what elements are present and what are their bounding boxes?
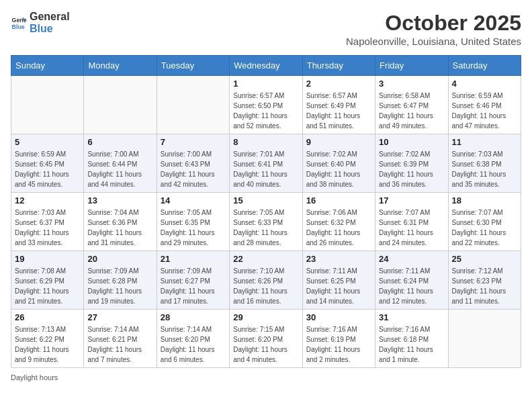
calendar-day-cell: 12Sunrise: 7:03 AMSunset: 6:37 PMDayligh… <box>11 193 84 251</box>
day-info: Sunrise: 7:07 AMSunset: 6:30 PMDaylight:… <box>452 208 517 248</box>
weekday-header-saturday: Saturday <box>448 56 521 76</box>
day-number: 7 <box>161 137 226 147</box>
day-info: Sunrise: 7:08 AMSunset: 6:29 PMDaylight:… <box>15 266 80 306</box>
page-header: General Blue General Blue October 2025 N… <box>11 11 521 47</box>
day-number: 10 <box>379 137 444 147</box>
day-number: 14 <box>161 195 226 205</box>
day-info: Sunrise: 7:05 AMSunset: 6:33 PMDaylight:… <box>233 208 298 248</box>
day-number: 11 <box>452 137 517 147</box>
weekday-header-monday: Monday <box>84 56 157 76</box>
day-info: Sunrise: 7:03 AMSunset: 6:38 PMDaylight:… <box>452 149 517 189</box>
day-info: Sunrise: 6:59 AMSunset: 6:46 PMDaylight:… <box>452 91 517 131</box>
day-number: 25 <box>452 254 517 264</box>
day-number: 16 <box>306 195 371 205</box>
day-info: Sunrise: 6:59 AMSunset: 6:45 PMDaylight:… <box>15 149 80 189</box>
day-info: Sunrise: 7:12 AMSunset: 6:23 PMDaylight:… <box>452 266 517 306</box>
day-number: 30 <box>306 312 371 322</box>
logo-icon: General Blue <box>11 15 27 31</box>
day-number: 28 <box>161 312 226 322</box>
calendar-day-cell: 17Sunrise: 7:07 AMSunset: 6:31 PMDayligh… <box>375 193 448 251</box>
calendar-day-cell: 21Sunrise: 7:09 AMSunset: 6:27 PMDayligh… <box>157 251 229 310</box>
day-info: Sunrise: 7:16 AMSunset: 6:19 PMDaylight:… <box>306 324 371 365</box>
day-number: 2 <box>306 79 371 89</box>
day-number: 5 <box>15 137 80 147</box>
day-info: Sunrise: 7:16 AMSunset: 6:18 PMDaylight:… <box>379 324 444 365</box>
day-info: Sunrise: 7:07 AMSunset: 6:31 PMDaylight:… <box>379 208 444 248</box>
day-info: Sunrise: 7:11 AMSunset: 6:25 PMDaylight:… <box>306 266 371 306</box>
calendar-day-cell: 22Sunrise: 7:10 AMSunset: 6:26 PMDayligh… <box>230 251 302 310</box>
calendar-day-cell <box>84 76 157 134</box>
calendar-day-cell: 9Sunrise: 7:02 AMSunset: 6:40 PMDaylight… <box>302 134 375 193</box>
day-info: Sunrise: 7:09 AMSunset: 6:27 PMDaylight:… <box>161 266 226 306</box>
day-number: 24 <box>379 254 444 264</box>
day-info: Sunrise: 6:57 AMSunset: 6:50 PMDaylight:… <box>233 91 298 131</box>
day-number: 18 <box>452 195 517 205</box>
calendar-week-row: 26Sunrise: 7:13 AMSunset: 6:22 PMDayligh… <box>11 310 521 368</box>
day-number: 26 <box>15 312 80 322</box>
calendar-day-cell: 26Sunrise: 7:13 AMSunset: 6:22 PMDayligh… <box>11 310 84 368</box>
calendar-day-cell: 24Sunrise: 7:11 AMSunset: 6:24 PMDayligh… <box>375 251 448 310</box>
calendar-week-row: 19Sunrise: 7:08 AMSunset: 6:29 PMDayligh… <box>11 251 521 310</box>
calendar-day-cell: 8Sunrise: 7:01 AMSunset: 6:41 PMDaylight… <box>230 134 302 193</box>
day-number: 4 <box>452 79 517 89</box>
day-info: Sunrise: 7:04 AMSunset: 6:36 PMDaylight:… <box>87 208 152 248</box>
svg-text:Blue: Blue <box>12 23 25 30</box>
day-info: Sunrise: 7:14 AMSunset: 6:20 PMDaylight:… <box>161 324 226 365</box>
calendar-day-cell: 27Sunrise: 7:14 AMSunset: 6:21 PMDayligh… <box>84 310 157 368</box>
day-info: Sunrise: 7:15 AMSunset: 6:20 PMDaylight:… <box>233 324 298 365</box>
calendar-day-cell: 29Sunrise: 7:15 AMSunset: 6:20 PMDayligh… <box>230 310 302 368</box>
day-info: Sunrise: 7:05 AMSunset: 6:35 PMDaylight:… <box>161 208 226 248</box>
day-number: 8 <box>233 137 298 147</box>
weekday-header-tuesday: Tuesday <box>157 56 229 76</box>
calendar-week-row: 1Sunrise: 6:57 AMSunset: 6:50 PMDaylight… <box>11 76 521 134</box>
day-number: 6 <box>87 137 152 147</box>
day-info: Sunrise: 7:00 AMSunset: 6:43 PMDaylight:… <box>161 149 226 189</box>
day-info: Sunrise: 7:06 AMSunset: 6:32 PMDaylight:… <box>306 208 371 248</box>
day-info: Sunrise: 7:13 AMSunset: 6:22 PMDaylight:… <box>15 324 80 365</box>
calendar-day-cell: 14Sunrise: 7:05 AMSunset: 6:35 PMDayligh… <box>157 193 229 251</box>
footer: Daylight hours <box>11 373 521 381</box>
day-info: Sunrise: 7:01 AMSunset: 6:41 PMDaylight:… <box>233 149 298 189</box>
day-number: 19 <box>15 254 80 264</box>
calendar-week-row: 12Sunrise: 7:03 AMSunset: 6:37 PMDayligh… <box>11 193 521 251</box>
day-number: 15 <box>233 195 298 205</box>
calendar-day-cell: 19Sunrise: 7:08 AMSunset: 6:29 PMDayligh… <box>11 251 84 310</box>
calendar-day-cell: 31Sunrise: 7:16 AMSunset: 6:18 PMDayligh… <box>375 310 448 368</box>
calendar-day-cell: 10Sunrise: 7:02 AMSunset: 6:39 PMDayligh… <box>375 134 448 193</box>
day-number: 27 <box>87 312 152 322</box>
day-number: 13 <box>87 195 152 205</box>
day-number: 23 <box>306 254 371 264</box>
day-info: Sunrise: 6:57 AMSunset: 6:49 PMDaylight:… <box>306 91 371 131</box>
day-number: 12 <box>15 195 80 205</box>
calendar-day-cell: 4Sunrise: 6:59 AMSunset: 6:46 PMDaylight… <box>448 76 521 134</box>
day-info: Sunrise: 7:14 AMSunset: 6:21 PMDaylight:… <box>87 324 152 365</box>
calendar-day-cell: 28Sunrise: 7:14 AMSunset: 6:20 PMDayligh… <box>157 310 229 368</box>
calendar-day-cell: 20Sunrise: 7:09 AMSunset: 6:28 PMDayligh… <box>84 251 157 310</box>
calendar-day-cell: 30Sunrise: 7:16 AMSunset: 6:19 PMDayligh… <box>302 310 375 368</box>
day-info: Sunrise: 7:09 AMSunset: 6:28 PMDaylight:… <box>87 266 152 306</box>
calendar-body: 1Sunrise: 6:57 AMSunset: 6:50 PMDaylight… <box>11 76 521 368</box>
day-number: 9 <box>306 137 371 147</box>
day-info: Sunrise: 6:58 AMSunset: 6:47 PMDaylight:… <box>379 91 444 131</box>
logo: General Blue General Blue <box>11 11 70 34</box>
calendar-day-cell: 13Sunrise: 7:04 AMSunset: 6:36 PMDayligh… <box>84 193 157 251</box>
calendar-title: October 2025 <box>346 11 521 36</box>
calendar-location: Napoleonville, Louisiana, United States <box>346 36 521 47</box>
calendar-day-cell <box>11 76 84 134</box>
calendar-day-cell: 25Sunrise: 7:12 AMSunset: 6:23 PMDayligh… <box>448 251 521 310</box>
day-number: 29 <box>233 312 298 322</box>
daylight-label: Daylight hours <box>11 373 58 381</box>
calendar-day-cell: 5Sunrise: 6:59 AMSunset: 6:45 PMDaylight… <box>11 134 84 193</box>
day-info: Sunrise: 7:02 AMSunset: 6:39 PMDaylight:… <box>379 149 444 189</box>
calendar-day-cell: 6Sunrise: 7:00 AMSunset: 6:44 PMDaylight… <box>84 134 157 193</box>
day-number: 22 <box>233 254 298 264</box>
weekday-header-friday: Friday <box>375 56 448 76</box>
calendar-day-cell: 23Sunrise: 7:11 AMSunset: 6:25 PMDayligh… <box>302 251 375 310</box>
weekday-header-thursday: Thursday <box>302 56 375 76</box>
calendar-day-cell: 2Sunrise: 6:57 AMSunset: 6:49 PMDaylight… <box>302 76 375 134</box>
day-number: 3 <box>379 79 444 89</box>
day-number: 20 <box>87 254 152 264</box>
svg-text:General: General <box>12 17 27 24</box>
title-block: October 2025 Napoleonville, Louisiana, U… <box>346 11 521 47</box>
calendar-day-cell: 11Sunrise: 7:03 AMSunset: 6:38 PMDayligh… <box>448 134 521 193</box>
